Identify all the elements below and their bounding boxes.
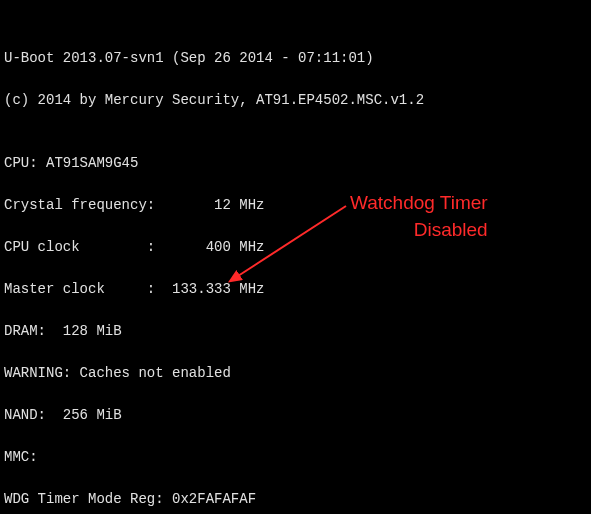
terminal-line: (c) 2014 by Mercury Security, AT91.EP450… [4, 90, 587, 111]
terminal-line: Master clock : 133.333 MHz [4, 279, 587, 300]
boot-terminal: U-Boot 2013.07-svn1 (Sep 26 2014 - 07:11… [0, 0, 591, 514]
terminal-line: WDG Timer Mode Reg: 0x2FAFAFAF [4, 489, 587, 510]
terminal-line: U-Boot 2013.07-svn1 (Sep 26 2014 - 07:11… [4, 48, 587, 69]
terminal-line: CPU clock : 400 MHz [4, 237, 587, 258]
terminal-line: CPU: AT91SAM9G45 [4, 153, 587, 174]
terminal-line: WARNING: Caches not enabled [4, 363, 587, 384]
terminal-line: MMC: [4, 447, 587, 468]
terminal-line: DRAM: 128 MiB [4, 321, 587, 342]
terminal-line: Crystal frequency: 12 MHz [4, 195, 587, 216]
terminal-line: NAND: 256 MiB [4, 405, 587, 426]
